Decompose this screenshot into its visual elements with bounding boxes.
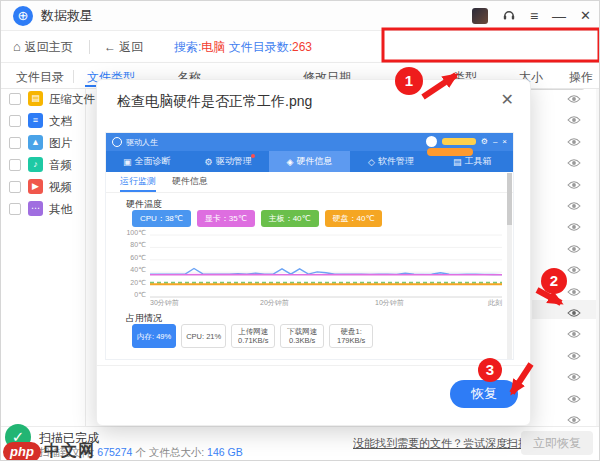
sidebar-item-label: 图片: [49, 136, 72, 151]
highlighted-row[interactable]: [532, 300, 600, 319]
dialog-close-icon[interactable]: ✕: [501, 90, 514, 109]
titlebar-controls: ≡ — ✕: [472, 1, 591, 31]
sidebar-checkbox[interactable]: [9, 137, 21, 149]
summary-count-label: 文件目录数:: [225, 40, 292, 54]
titlebar: ⊕ 数据救星 ≡ — ✕: [1, 1, 600, 31]
preview-eye-icon[interactable]: [567, 114, 581, 124]
recover-now-button[interactable]: 立即恢复: [521, 431, 593, 455]
preview-eye-icon[interactable]: [567, 243, 581, 253]
sidebar-item-label: 压缩文件: [49, 92, 95, 107]
preview-tab-icon: ◇: [368, 157, 375, 167]
preview-tab-label: 工具箱: [465, 155, 492, 168]
column-header-action: 操作: [569, 69, 593, 86]
preview-subtab-1: 运行监测: [120, 172, 156, 192]
sidebar-item-2[interactable]: ≡文档: [1, 113, 86, 133]
chart-y-tick: 40℃: [114, 266, 146, 274]
back-button[interactable]: ← 返回: [104, 39, 143, 56]
menu-icon[interactable]: ≡: [530, 9, 538, 23]
filetype-icon: ≡: [28, 113, 43, 128]
sidebar-item-1[interactable]: ▤压缩文件: [1, 91, 86, 111]
preview-tab-label: 驱动管理: [216, 155, 252, 168]
filetype-icon: ▶: [28, 179, 43, 194]
watermark: php 中文网: [3, 441, 95, 461]
preview-content: 运行监测硬件信息 硬件温度 CPU：38℃显卡：35℃主板：40℃硬盘：40℃ …: [106, 172, 513, 360]
preview-eye-icon[interactable]: [567, 307, 581, 317]
app-window: ⊕ 数据救星 ≡ — ✕ ⌂返回主页 ← 返回 搜索:电脑 文件目录数:263 …: [0, 0, 600, 461]
close-button[interactable]: ✕: [580, 9, 591, 23]
chart-x-axis: 30分钟前20分钟前10分钟前此刻: [150, 298, 502, 307]
tab-divider: [73, 70, 74, 83]
preview-eye-icon[interactable]: [567, 371, 581, 381]
sidebar-checkbox[interactable]: [9, 93, 21, 105]
total-size: 146 GB: [207, 446, 243, 458]
preview-tab-1: ▣全面诊断: [106, 151, 187, 172]
preview-tab-icon: ▣: [123, 157, 132, 167]
dialog-footer-divider: [97, 365, 530, 366]
sidebar-item-label: 视频: [49, 180, 72, 195]
summary-keyword: 电脑: [201, 40, 225, 54]
sidebar-item-3[interactable]: ▲图片: [1, 135, 86, 155]
recover-button[interactable]: 恢复: [450, 380, 518, 408]
preview-subtab-divider: [106, 192, 513, 193]
sidebar-item-6[interactable]: ⋯其他: [1, 201, 86, 221]
preview-eye-icon[interactable]: [567, 350, 581, 360]
dialog-title: 检查电脑硬件是否正常工作.png: [117, 93, 312, 111]
sidebar-item-4[interactable]: ♪音频: [1, 157, 86, 177]
filetype-icon: ♪: [28, 157, 43, 172]
list-scrollbar[interactable]: [596, 89, 600, 426]
chart-y-tick: 100℃: [114, 229, 146, 237]
preview-eye-icon[interactable]: [567, 414, 581, 424]
temp-legend-pills: CPU：38℃显卡：35℃主板：40℃硬盘：40℃: [132, 210, 382, 227]
search-summary: 搜索:电脑 文件目录数:263: [174, 39, 312, 56]
preview-window-controls: ⚙ – ×: [426, 136, 507, 147]
deep-scan-link[interactable]: 没能找到需要的文件？尝试深度扫描: [353, 436, 529, 451]
preview-app-logo-icon: [112, 137, 122, 147]
minimize-button[interactable]: —: [552, 9, 566, 23]
sidebar-checkbox[interactable]: [9, 159, 21, 171]
preview-subtab-2: 硬件信息: [172, 172, 208, 192]
preview-eye-icon[interactable]: [567, 393, 581, 403]
preview-member-badge: [442, 138, 476, 145]
sidebar-item-5[interactable]: ▶视频: [1, 179, 86, 199]
preview-tab-label: 软件管理: [378, 155, 414, 168]
sidebar-checkbox[interactable]: [9, 203, 21, 215]
chart-plot: [150, 233, 502, 299]
sidebar-checkbox[interactable]: [9, 115, 21, 127]
usage-pill: 下载网速0.3KB/s: [280, 324, 324, 348]
preview-eye-icon[interactable]: [567, 286, 581, 296]
summary-count: 263: [292, 40, 312, 54]
preview-eye-icon[interactable]: [567, 200, 581, 210]
preview-eye-icon[interactable]: [567, 328, 581, 338]
toolbar: ⌂返回主页 ← 返回 搜索:电脑 文件目录数:263 电脑 ✕: [1, 31, 600, 63]
usage-pill: 内存: 49%: [132, 324, 176, 348]
preview-eye-icon[interactable]: [567, 157, 581, 167]
preview-tab-icon: ◈: [287, 157, 294, 167]
user-avatar[interactable]: [472, 8, 488, 24]
preview-eye-icon[interactable]: [567, 136, 581, 146]
preview-scrollbar-thumb: [507, 173, 512, 225]
chart-x-tick: 20分钟前: [260, 298, 289, 308]
preview-app-title: 驱动人生: [126, 137, 158, 148]
file-preview-image: 驱动人生 ⚙ – × ▣全面诊断⚙驱动管理◈硬件信息◇软件管理▤工具箱 运行监测…: [105, 132, 514, 360]
sidebar-item-label: 文档: [49, 114, 72, 129]
temp-pill: 显卡：35℃: [197, 210, 255, 227]
sidebar-checkbox[interactable]: [9, 181, 21, 193]
filetype-icon: ⋯: [28, 201, 43, 216]
toolbar-divider: [89, 40, 90, 54]
watermark-php-logo: php: [3, 442, 41, 461]
preview-minimize-icon: –: [493, 138, 497, 146]
usage-pill: 硬盘1:179KB/s: [329, 324, 373, 348]
preview-eye-icon[interactable]: [567, 221, 581, 231]
tab-file-directory[interactable]: 文件目录: [16, 69, 64, 86]
chart-x-tick: 30分钟前: [150, 298, 179, 308]
annotation-badge-2: [541, 268, 567, 294]
usage-pill: 上传网速0.71KB/s: [231, 324, 275, 348]
preview-eye-icon[interactable]: [567, 179, 581, 189]
preview-tab-label: 硬件信息: [296, 155, 332, 168]
preview-eye-icon[interactable]: [567, 264, 581, 274]
detail-unit: 个: [135, 446, 146, 458]
home-button[interactable]: ⌂返回主页: [13, 39, 73, 56]
preview-eye-icon[interactable]: [567, 93, 581, 103]
chart-y-tick: 0℃: [114, 291, 146, 299]
headset-support-icon[interactable]: [502, 8, 516, 24]
